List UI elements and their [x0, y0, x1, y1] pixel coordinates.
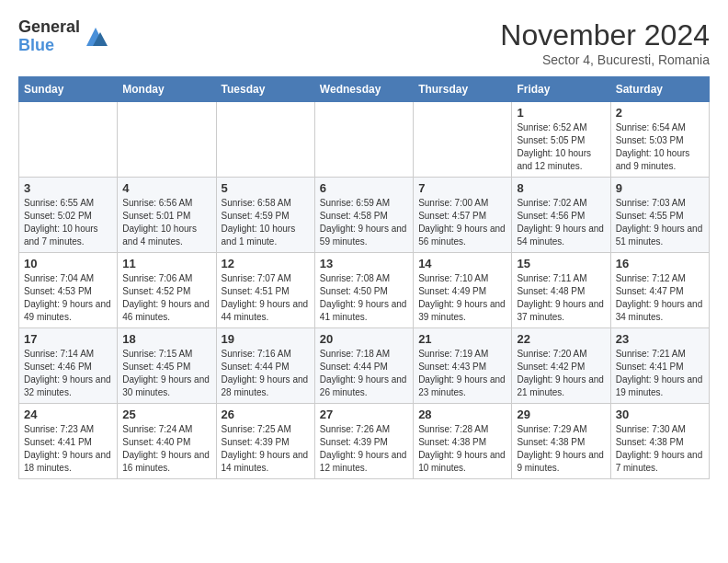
day-info: Sunrise: 7:15 AM Sunset: 4:45 PM Dayligh… — [122, 348, 210, 399]
calendar-day-cell — [19, 102, 118, 178]
calendar-day-cell: 17Sunrise: 7:14 AM Sunset: 4:46 PM Dayli… — [19, 328, 118, 404]
day-number: 13 — [320, 257, 408, 270]
day-info: Sunrise: 6:54 AM Sunset: 5:03 PM Dayligh… — [616, 121, 704, 173]
day-info: Sunrise: 7:07 AM Sunset: 4:51 PM Dayligh… — [222, 272, 310, 324]
day-info: Sunrise: 7:28 AM Sunset: 4:38 PM Dayligh… — [418, 423, 506, 475]
day-number: 22 — [517, 332, 605, 346]
calendar-day-cell: 12Sunrise: 7:07 AM Sunset: 4:51 PM Dayli… — [216, 253, 314, 328]
logo-general-text: General — [18, 18, 80, 37]
day-number: 14 — [418, 257, 506, 270]
calendar-week-row: 24Sunrise: 7:23 AM Sunset: 4:41 PM Dayli… — [19, 404, 710, 479]
day-number: 27 — [320, 408, 408, 421]
location-subtitle: Sector 4, Bucuresti, Romania — [500, 52, 710, 67]
day-info: Sunrise: 7:08 AM Sunset: 4:50 PM Dayligh… — [320, 272, 408, 324]
weekday-header: Wednesday — [314, 77, 413, 102]
calendar-day-cell: 20Sunrise: 7:18 AM Sunset: 4:44 PM Dayli… — [314, 328, 413, 404]
weekday-header: Thursday — [414, 77, 512, 102]
title-block: November 2024 Sector 4, Bucuresti, Roman… — [500, 18, 710, 67]
day-info: Sunrise: 7:24 AM Sunset: 4:40 PM Dayligh… — [122, 423, 210, 475]
day-info: Sunrise: 6:56 AM Sunset: 5:01 PM Dayligh… — [122, 197, 210, 248]
day-info: Sunrise: 7:16 AM Sunset: 4:44 PM Dayligh… — [222, 348, 310, 399]
logo: General Blue — [18, 18, 109, 55]
day-info: Sunrise: 7:00 AM Sunset: 4:57 PM Dayligh… — [418, 197, 506, 248]
day-number: 16 — [616, 257, 704, 270]
day-info: Sunrise: 7:03 AM Sunset: 4:55 PM Dayligh… — [616, 197, 704, 248]
day-info: Sunrise: 7:18 AM Sunset: 4:44 PM Dayligh… — [320, 348, 408, 399]
calendar-week-row: 1Sunrise: 6:52 AM Sunset: 5:05 PM Daylig… — [19, 102, 710, 178]
calendar-day-cell: 16Sunrise: 7:12 AM Sunset: 4:47 PM Dayli… — [610, 253, 709, 328]
day-number: 23 — [616, 332, 704, 346]
calendar-day-cell: 7Sunrise: 7:00 AM Sunset: 4:57 PM Daylig… — [414, 178, 512, 253]
page-header: General Blue November 2024 Sector 4, Buc… — [18, 18, 710, 67]
day-number: 8 — [517, 181, 605, 195]
weekday-header: Tuesday — [216, 77, 314, 102]
calendar-week-row: 3Sunrise: 6:55 AM Sunset: 5:02 PM Daylig… — [19, 178, 710, 253]
day-info: Sunrise: 7:21 AM Sunset: 4:41 PM Dayligh… — [616, 348, 704, 399]
calendar-day-cell: 15Sunrise: 7:11 AM Sunset: 4:48 PM Dayli… — [512, 253, 610, 328]
day-info: Sunrise: 7:02 AM Sunset: 4:56 PM Dayligh… — [517, 197, 605, 248]
day-number: 1 — [517, 106, 605, 120]
weekday-header: Saturday — [610, 77, 709, 102]
calendar-day-cell — [118, 102, 216, 178]
calendar-day-cell — [314, 102, 413, 178]
calendar-day-cell — [216, 102, 314, 178]
calendar-day-cell: 10Sunrise: 7:04 AM Sunset: 4:53 PM Dayli… — [19, 253, 118, 328]
calendar-day-cell: 25Sunrise: 7:24 AM Sunset: 4:40 PM Dayli… — [118, 404, 216, 479]
calendar-day-cell: 14Sunrise: 7:10 AM Sunset: 4:49 PM Dayli… — [414, 253, 512, 328]
calendar-week-row: 17Sunrise: 7:14 AM Sunset: 4:46 PM Dayli… — [19, 328, 710, 404]
month-title: November 2024 — [500, 18, 710, 52]
day-info: Sunrise: 6:59 AM Sunset: 4:58 PM Dayligh… — [320, 197, 408, 248]
day-number: 2 — [616, 106, 704, 120]
calendar-day-cell: 11Sunrise: 7:06 AM Sunset: 4:52 PM Dayli… — [118, 253, 216, 328]
day-info: Sunrise: 7:20 AM Sunset: 4:42 PM Dayligh… — [517, 348, 605, 399]
day-info: Sunrise: 7:11 AM Sunset: 4:48 PM Dayligh… — [517, 272, 605, 324]
day-number: 19 — [222, 332, 310, 346]
day-info: Sunrise: 7:10 AM Sunset: 4:49 PM Dayligh… — [418, 272, 506, 324]
day-number: 3 — [24, 181, 112, 195]
day-info: Sunrise: 7:26 AM Sunset: 4:39 PM Dayligh… — [320, 423, 408, 475]
day-info: Sunrise: 6:52 AM Sunset: 5:05 PM Dayligh… — [517, 121, 605, 173]
calendar-day-cell: 30Sunrise: 7:30 AM Sunset: 4:38 PM Dayli… — [610, 404, 709, 479]
calendar-week-row: 10Sunrise: 7:04 AM Sunset: 4:53 PM Dayli… — [19, 253, 710, 328]
day-info: Sunrise: 7:06 AM Sunset: 4:52 PM Dayligh… — [122, 272, 210, 324]
day-info: Sunrise: 7:23 AM Sunset: 4:41 PM Dayligh… — [24, 423, 112, 475]
day-info: Sunrise: 7:04 AM Sunset: 4:53 PM Dayligh… — [24, 272, 112, 324]
calendar-day-cell: 29Sunrise: 7:29 AM Sunset: 4:38 PM Dayli… — [512, 404, 610, 479]
logo-blue-text: Blue — [18, 37, 80, 55]
calendar-day-cell: 1Sunrise: 6:52 AM Sunset: 5:05 PM Daylig… — [512, 102, 610, 178]
day-number: 12 — [222, 257, 310, 270]
day-number: 7 — [418, 181, 506, 195]
day-info: Sunrise: 6:55 AM Sunset: 5:02 PM Dayligh… — [24, 197, 112, 248]
day-number: 11 — [122, 257, 210, 270]
day-number: 24 — [24, 408, 112, 421]
weekday-header: Sunday — [19, 77, 118, 102]
calendar-day-cell: 13Sunrise: 7:08 AM Sunset: 4:50 PM Dayli… — [314, 253, 413, 328]
calendar-day-cell: 4Sunrise: 6:56 AM Sunset: 5:01 PM Daylig… — [118, 178, 216, 253]
calendar-day-cell: 6Sunrise: 6:59 AM Sunset: 4:58 PM Daylig… — [314, 178, 413, 253]
day-number: 18 — [122, 332, 210, 346]
calendar-day-cell: 18Sunrise: 7:15 AM Sunset: 4:45 PM Dayli… — [118, 328, 216, 404]
calendar-table: SundayMondayTuesdayWednesdayThursdayFrid… — [18, 76, 710, 479]
day-info: Sunrise: 7:19 AM Sunset: 4:43 PM Dayligh… — [418, 348, 506, 399]
day-number: 6 — [320, 181, 408, 195]
calendar-day-cell: 2Sunrise: 6:54 AM Sunset: 5:03 PM Daylig… — [610, 102, 709, 178]
calendar-day-cell: 23Sunrise: 7:21 AM Sunset: 4:41 PM Dayli… — [610, 328, 709, 404]
day-number: 25 — [122, 408, 210, 421]
calendar-day-cell: 28Sunrise: 7:28 AM Sunset: 4:38 PM Dayli… — [414, 404, 512, 479]
day-number: 10 — [24, 257, 112, 270]
day-number: 5 — [222, 181, 310, 195]
weekday-header: Friday — [512, 77, 610, 102]
day-number: 26 — [222, 408, 310, 421]
day-number: 21 — [418, 332, 506, 346]
calendar-day-cell: 8Sunrise: 7:02 AM Sunset: 4:56 PM Daylig… — [512, 178, 610, 253]
weekday-header: Monday — [118, 77, 216, 102]
day-number: 20 — [320, 332, 408, 346]
day-number: 30 — [616, 408, 704, 421]
calendar-day-cell: 21Sunrise: 7:19 AM Sunset: 4:43 PM Dayli… — [414, 328, 512, 404]
day-info: Sunrise: 7:30 AM Sunset: 4:38 PM Dayligh… — [616, 423, 704, 475]
day-number: 29 — [517, 408, 605, 421]
day-number: 9 — [616, 181, 704, 195]
day-number: 15 — [517, 257, 605, 270]
calendar-day-cell: 5Sunrise: 6:58 AM Sunset: 4:59 PM Daylig… — [216, 178, 314, 253]
calendar-day-cell: 27Sunrise: 7:26 AM Sunset: 4:39 PM Dayli… — [314, 404, 413, 479]
